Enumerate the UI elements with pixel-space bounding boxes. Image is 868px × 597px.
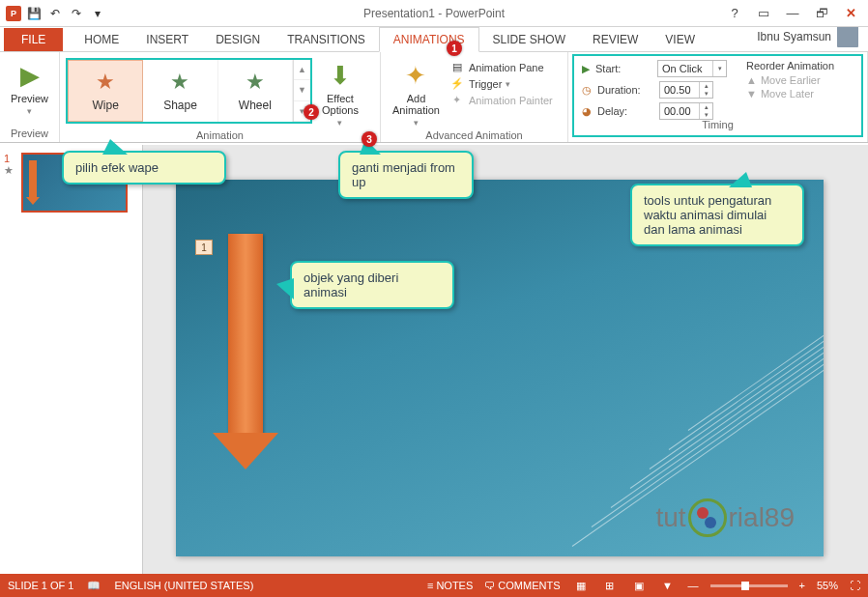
- painter-icon: ✦: [449, 94, 465, 106]
- animation-tag[interactable]: 1: [195, 240, 213, 255]
- trigger-icon: ⚡: [449, 77, 465, 90]
- thumb-arrow-shape: [29, 160, 37, 199]
- annotation-callout-3: objek yang diberi animasi: [290, 261, 454, 309]
- preview-icon: ▶: [14, 60, 45, 91]
- quick-access-toolbar: P 💾 ↶ ↷ ▾: [0, 5, 112, 22]
- chevron-down-icon: ▾: [27, 106, 32, 116]
- tab-design[interactable]: DESIGN: [202, 28, 274, 51]
- minimize-button[interactable]: —: [779, 4, 806, 23]
- watermark-logo-icon: [688, 498, 727, 537]
- group-label-advanced: Advanced Animation: [387, 129, 562, 144]
- animation-painter-button[interactable]: ✦ Animation Painter: [449, 93, 553, 107]
- tab-home[interactable]: HOME: [71, 28, 132, 51]
- notes-button[interactable]: ≡ NOTES: [427, 580, 473, 591]
- tab-slideshow[interactable]: SLIDE SHOW: [479, 28, 579, 51]
- star-icon: ★: [96, 70, 115, 95]
- ribbon: ▶ Preview ▾ Preview ★ Wipe ★ Shape ★ Whe…: [0, 52, 868, 143]
- move-earlier-button[interactable]: ▲ Move Earlier: [746, 73, 834, 87]
- undo-icon[interactable]: ↶: [46, 5, 64, 22]
- delay-label: Delay:: [597, 105, 653, 117]
- add-animation-button[interactable]: ✦ Add Animation ▾: [387, 58, 446, 129]
- animation-pane-button[interactable]: ▤ Animation Pane: [449, 60, 553, 74]
- annotation-badge-2: 2: [304, 104, 319, 120]
- preview-button[interactable]: ▶ Preview ▾: [6, 58, 53, 118]
- close-button[interactable]: ✕: [837, 4, 864, 23]
- zoom-slider[interactable]: [710, 584, 788, 587]
- gallery-item-wipe[interactable]: ★ Wipe: [68, 60, 143, 122]
- tab-review[interactable]: REVIEW: [579, 28, 651, 51]
- tab-animations[interactable]: ANIMATIONS: [379, 27, 479, 52]
- normal-view-icon[interactable]: ▦: [572, 578, 590, 593]
- app-icon[interactable]: P: [6, 6, 21, 21]
- group-timing: ▶ Start: On Click ▾ ◷ Duration: 00.50 ▴▾: [568, 52, 868, 142]
- window-title: Presentation1 - PowerPoint: [363, 7, 505, 20]
- annotation-badge-3: 3: [362, 131, 377, 147]
- duration-input[interactable]: 00.50 ▴▾: [659, 81, 713, 99]
- star-icon: ★: [246, 70, 265, 95]
- gallery-item-wheel[interactable]: ★ Wheel: [218, 60, 293, 122]
- zoom-out-button[interactable]: —: [688, 580, 699, 591]
- slide-count[interactable]: SLIDE 1 OF 1: [8, 580, 73, 591]
- gallery-item-shape[interactable]: ★ Shape: [143, 60, 217, 122]
- delay-icon: ◕: [582, 105, 592, 118]
- animation-gallery[interactable]: ★ Wipe ★ Shape ★ Wheel ▲ ▼ ▾: [66, 58, 312, 124]
- chevron-down-icon: ▾: [337, 118, 342, 128]
- add-animation-icon: ✦: [400, 60, 431, 91]
- tab-insert[interactable]: INSERT: [132, 28, 202, 51]
- reorder-label: Reorder Animation: [746, 58, 834, 73]
- scroll-up-icon[interactable]: ▲: [294, 60, 310, 80]
- group-preview: ▶ Preview ▾ Preview: [0, 52, 60, 142]
- user-name: Ibnu Syamsun: [757, 30, 831, 43]
- zoom-level[interactable]: 55%: [817, 580, 838, 591]
- delay-input[interactable]: 00.00 ▴▾: [659, 102, 713, 120]
- save-icon[interactable]: 💾: [25, 5, 43, 22]
- move-later-button[interactable]: ▼ Move Later: [746, 87, 834, 100]
- start-label: Start:: [595, 63, 651, 74]
- ribbon-collapse-icon[interactable]: ▭: [750, 4, 777, 23]
- clock-icon: ◷: [582, 84, 592, 97]
- ribbon-tab-row: FILE HOME INSERT DESIGN TRANSITIONS ANIM…: [0, 27, 868, 52]
- zoom-in-button[interactable]: +: [799, 580, 805, 591]
- group-label-timing: Timing: [574, 119, 861, 133]
- fit-window-icon[interactable]: ⛶: [850, 580, 860, 591]
- sorter-view-icon[interactable]: ⊞: [601, 578, 619, 593]
- status-bar: SLIDE 1 OF 1 📖 ENGLISH (UNITED STATES) ≡…: [0, 574, 868, 597]
- restore-button[interactable]: 🗗: [808, 4, 835, 23]
- group-animation: ★ Wipe ★ Shape ★ Wheel ▲ ▼ ▾ ⬇: [60, 52, 381, 142]
- language-status[interactable]: ENGLISH (UNITED STATES): [114, 580, 253, 591]
- chevron-down-icon: ▾: [713, 61, 726, 76]
- annotation-badge-1: 1: [447, 41, 462, 56]
- tab-transitions[interactable]: TRANSITIONS: [274, 28, 379, 51]
- annotation-callout-4: tools untuk pengaturan waktu animasi dim…: [630, 184, 804, 246]
- help-icon[interactable]: ?: [721, 4, 748, 23]
- scroll-down-icon[interactable]: ▼: [294, 80, 310, 100]
- chevron-down-icon: ▾: [506, 79, 510, 89]
- star-icon: ★: [170, 70, 189, 95]
- redo-icon[interactable]: ↷: [68, 5, 85, 22]
- effect-options-button[interactable]: ⬇ Effect Options ▾: [316, 58, 364, 129]
- trigger-button[interactable]: ⚡ Trigger ▾: [449, 76, 553, 91]
- duration-label: Duration:: [597, 84, 653, 96]
- avatar: [837, 26, 858, 47]
- watermark: tut rial89: [655, 498, 795, 537]
- play-icon: ▶: [582, 63, 590, 75]
- start-dropdown[interactable]: On Click ▾: [657, 60, 727, 77]
- pane-icon: ▤: [449, 61, 465, 73]
- reading-view-icon[interactable]: ▣: [630, 578, 648, 593]
- chevron-down-icon: ▾: [414, 118, 419, 128]
- comments-button[interactable]: 🗨 COMMENTS: [484, 580, 560, 591]
- group-advanced-animation: ✦ Add Animation ▾ ▤ Animation Pane ⚡ Tri…: [381, 52, 568, 142]
- effect-options-icon: ⬇: [325, 60, 356, 91]
- slideshow-view-icon[interactable]: ▼: [659, 578, 677, 593]
- animation-indicator-icon: ★: [4, 164, 17, 177]
- thumb-number: 1: [4, 153, 17, 164]
- slideshow-icon[interactable]: ▾: [89, 5, 106, 22]
- slide-thumbnail-panel: 1 ★: [0, 145, 143, 574]
- spell-check-icon[interactable]: 📖: [87, 580, 101, 592]
- group-label-preview: Preview: [6, 128, 53, 142]
- arrow-shape[interactable]: [228, 234, 263, 437]
- tab-file[interactable]: FILE: [4, 28, 63, 51]
- annotation-callout-1: pilih efek wape: [62, 151, 226, 185]
- tab-view[interactable]: VIEW: [651, 28, 709, 51]
- annotation-callout-2: ganti menjadi from up: [338, 151, 474, 199]
